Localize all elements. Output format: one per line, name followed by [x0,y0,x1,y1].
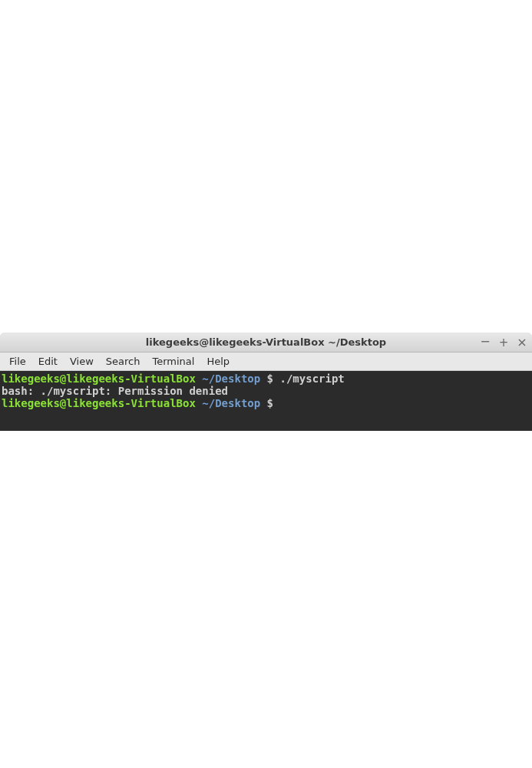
window-title: likegeeks@likegeeks-VirtualBox ~/Desktop [146,336,386,348]
close-button[interactable] [517,337,527,348]
prompt-symbol: $ [267,397,273,409]
prompt-symbol: $ [267,372,273,385]
minimize-button[interactable] [480,337,491,348]
maximize-button[interactable] [498,337,509,348]
terminal-window: likegeeks@likegeeks-VirtualBox ~/Desktop… [0,333,532,431]
prompt-path: ~/Desktop [202,372,260,385]
menubar: File Edit View Search Terminal Help [0,353,532,371]
terminal-line: likegeeks@likegeeks-VirtualBox ~/Desktop… [2,372,530,385]
prompt-user-host: likegeeks@likegeeks-VirtualBox [2,397,196,409]
command-text: ./myscript [279,372,344,385]
menu-view[interactable]: View [64,354,100,369]
menu-edit[interactable]: Edit [32,354,64,369]
terminal-line: likegeeks@likegeeks-VirtualBox ~/Desktop… [2,397,530,409]
menu-file[interactable]: File [3,354,32,369]
terminal-output-line: bash: ./myscript: Permission denied [2,385,530,397]
menu-search[interactable]: Search [100,354,147,369]
window-controls [480,333,527,352]
prompt-user-host: likegeeks@likegeeks-VirtualBox [2,372,196,385]
terminal-area[interactable]: likegeeks@likegeeks-VirtualBox ~/Desktop… [0,371,532,431]
menu-terminal[interactable]: Terminal [146,354,200,369]
prompt-path: ~/Desktop [202,397,260,409]
window-titlebar[interactable]: likegeeks@likegeeks-VirtualBox ~/Desktop [0,333,532,353]
menu-help[interactable]: Help [200,354,236,369]
